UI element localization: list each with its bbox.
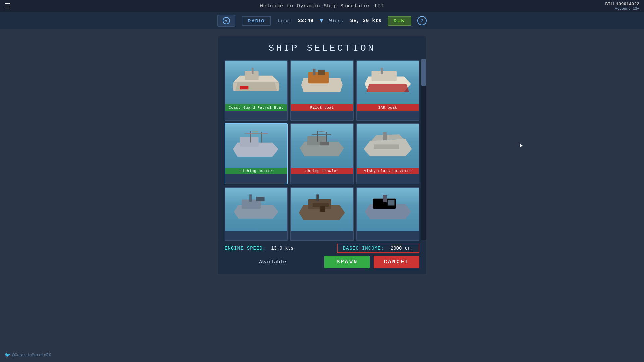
time-value: 22:49 (298, 18, 314, 23)
ship-image (225, 124, 287, 168)
basic-income-value: 2000 cr. (391, 246, 413, 251)
svg-rect-3 (252, 68, 254, 74)
engine-speed-value: 13.9 kts (271, 246, 293, 251)
ship-label: Shrimp trawler (291, 168, 353, 174)
ship-image (291, 61, 353, 104)
ship-card[interactable] (290, 187, 354, 241)
radio-button[interactable]: RADIO (241, 16, 271, 26)
svg-rect-9 (318, 69, 325, 75)
account-sub: Account 13+ (605, 7, 639, 11)
svg-rect-30 (374, 144, 399, 149)
ship-card[interactable]: Visby-class corvette (356, 123, 419, 184)
svg-rect-34 (256, 197, 265, 201)
svg-rect-42 (383, 195, 387, 202)
ship-image (291, 188, 353, 231)
ship-image (357, 61, 419, 104)
nav-bar: ⊕ RADIO Time: 22:49 ▼ Wind: SE, 30 kts R… (0, 12, 644, 29)
ship-card[interactable]: Pilot boat (290, 60, 354, 121)
cancel-button[interactable]: CANCEL (374, 256, 419, 268)
info-bar: ENGINE SPEED: 13.9 kts BASIC INCOME: 200… (218, 241, 426, 274)
svg-rect-33 (249, 194, 252, 202)
ship-image (225, 61, 287, 104)
svg-rect-5 (240, 86, 249, 89)
ship-card[interactable] (225, 187, 288, 241)
main-content: SHIP SELECTION Coast Guard Patrol Boat P… (0, 29, 644, 274)
svg-rect-12 (381, 68, 383, 74)
ship-image (357, 124, 419, 168)
ship-image (357, 188, 419, 231)
account-info: BILLi09014922 Account 13+ (605, 2, 639, 11)
svg-rect-2 (245, 71, 259, 80)
svg-rect-26 (320, 142, 329, 145)
svg-line-19 (251, 131, 262, 132)
menu-icon[interactable]: ☰ (5, 2, 11, 10)
svg-marker-13 (367, 84, 409, 92)
ship-label: SAR boat (357, 104, 419, 111)
available-label: Available (225, 259, 320, 265)
help-button[interactable]: ? (417, 16, 427, 25)
basic-income-label: BASIC INCOME: (343, 246, 384, 251)
ship-image (291, 124, 353, 168)
app-title: Welcome to Dynamic Ship Simulator III (260, 3, 384, 9)
action-row: Available SPAWN CANCEL (225, 256, 419, 268)
compass-icon: ⊕ (223, 17, 230, 24)
ship-panel: SHIP SELECTION Coast Guard Patrol Boat P… (218, 36, 426, 241)
ship-image (225, 188, 287, 231)
wind-value: SE, 30 kts (350, 18, 382, 23)
ship-grid: Coast Guard Patrol Boat Pilot boat SAR b… (225, 60, 419, 241)
svg-line-25 (317, 131, 327, 132)
svg-rect-15 (240, 137, 259, 147)
stats-row: ENGINE SPEED: 13.9 kts BASIC INCOME: 200… (225, 244, 419, 253)
twitter-username: @CaptainMarcinRX (12, 353, 51, 358)
svg-rect-29 (383, 132, 387, 140)
run-button[interactable]: RUN (388, 16, 411, 26)
ship-card[interactable]: SAR boat (356, 60, 419, 121)
ship-card[interactable] (356, 187, 419, 241)
ship-label: Fishing cutter (225, 168, 287, 174)
basic-income-box: BASIC INCOME: 2000 cr. (337, 244, 419, 253)
ship-label: Coast Guard Patrol Boat (225, 104, 287, 111)
twitter-handle: 🐦 @CaptainMarcinRX (5, 352, 51, 358)
spawn-button[interactable]: SPAWN (324, 256, 370, 268)
wind-label: Wind: (329, 18, 344, 23)
account-name: BILLi09014922 (605, 2, 639, 7)
svg-rect-39 (320, 206, 325, 212)
nav-arrow: ▼ (320, 17, 323, 24)
ship-card[interactable]: Shrimp trawler (290, 123, 354, 184)
engine-speed-label: ENGINE SPEED: (225, 246, 266, 251)
twitter-icon: 🐦 (5, 352, 10, 358)
svg-rect-11 (372, 71, 397, 81)
svg-rect-8 (313, 69, 315, 75)
ship-label: Pilot boat (291, 104, 353, 111)
compass-button[interactable]: ⊕ (217, 15, 235, 27)
time-label: Time: (277, 18, 292, 23)
scrollbar-track[interactable] (421, 59, 426, 240)
top-bar: ☰ Welcome to Dynamic Ship Simulator III … (0, 0, 644, 12)
scrollbar-thumb[interactable] (421, 59, 426, 86)
svg-rect-37 (316, 194, 319, 201)
ship-label: Visby-class corvette (357, 168, 419, 174)
ship-card[interactable]: Fishing cutter (225, 123, 288, 184)
ship-card[interactable]: Coast Guard Patrol Boat (225, 60, 288, 121)
svg-rect-43 (388, 200, 395, 206)
panel-title: SHIP SELECTION (225, 43, 419, 53)
